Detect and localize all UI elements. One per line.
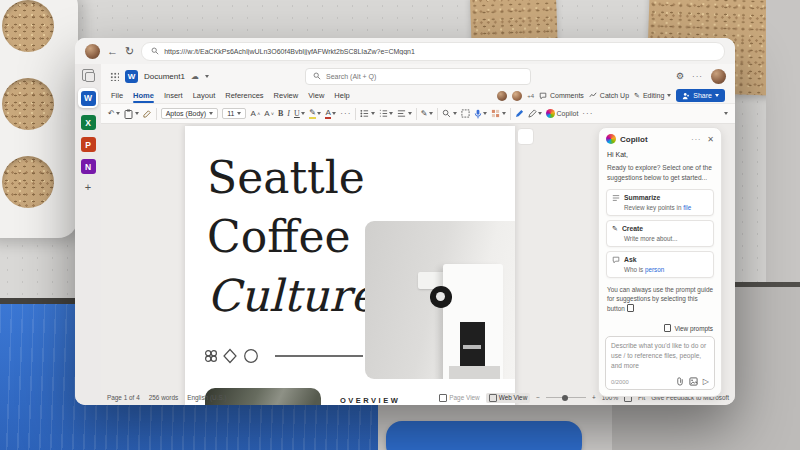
tab-layout[interactable]: Layout: [193, 91, 216, 100]
chevron-down-icon: [715, 94, 719, 97]
copilot-title: Copilot: [620, 135, 648, 144]
select-button[interactable]: [461, 109, 470, 118]
bold-button[interactable]: B: [278, 109, 283, 118]
format-painter-button[interactable]: [143, 109, 152, 118]
page-view-toggle[interactable]: Page View: [439, 394, 479, 402]
document-page[interactable]: Seattle Coffee Culture.: [185, 126, 515, 405]
font-size-select[interactable]: 11: [222, 108, 246, 119]
powerpoint-icon[interactable]: P: [81, 137, 96, 152]
gear-icon[interactable]: ⚙: [676, 71, 684, 81]
onenote-icon[interactable]: N: [81, 159, 96, 174]
prompt-book-icon: [664, 324, 671, 332]
tab-review[interactable]: Review: [274, 91, 299, 100]
numbered-list-button[interactable]: [379, 109, 394, 118]
paste-button[interactable]: [124, 109, 139, 119]
grow-font-button[interactable]: A˄: [250, 109, 260, 118]
ribbon-overflow-icon[interactable]: ···: [582, 109, 593, 118]
user-avatar[interactable]: [711, 69, 726, 84]
search-box[interactable]: Search (Alt + Q): [305, 68, 531, 85]
browser-window: ← ↻ https:///w:/t/EaCKkPs6AchIjwULn3O60f…: [75, 38, 735, 405]
chevron-down-icon[interactable]: [205, 75, 209, 78]
bullet-list-button[interactable]: [360, 109, 375, 118]
cork-coaster: [2, 78, 54, 130]
collaborator-avatar[interactable]: [497, 91, 507, 101]
zoom-in-icon[interactable]: +: [592, 394, 596, 401]
collaborator-overflow[interactable]: +4: [527, 93, 534, 99]
word-logo-icon[interactable]: W: [125, 70, 138, 83]
zoom-out-icon[interactable]: −: [536, 394, 540, 401]
editing-mode-button[interactable]: ✎ Editing: [634, 92, 671, 100]
document-title[interactable]: Document1: [144, 72, 185, 81]
back-icon[interactable]: ←: [107, 46, 118, 57]
app-launcher-icon[interactable]: [110, 72, 119, 81]
status-page[interactable]: Page 1 of 4: [107, 394, 140, 401]
editor-button[interactable]: [515, 109, 524, 118]
shrink-font-button[interactable]: A˅: [264, 109, 274, 118]
file-link[interactable]: file: [683, 204, 691, 211]
espresso-machine-photo[interactable]: [365, 221, 515, 379]
suggestion-summarize[interactable]: Summarize Review key points in file: [606, 189, 714, 216]
browser-profile-avatar[interactable]: [85, 44, 100, 59]
web-view-toggle[interactable]: Web View: [486, 393, 531, 403]
align-button[interactable]: [397, 109, 412, 118]
tab-file[interactable]: File: [111, 91, 123, 100]
more-formatting-icon[interactable]: ···: [340, 109, 351, 118]
editor-pen-icon: [515, 109, 524, 118]
sidebar-item-word-active[interactable]: W: [78, 88, 98, 108]
collapse-ribbon-icon[interactable]: [724, 112, 728, 115]
tab-home[interactable]: Home: [133, 91, 154, 100]
url-text: https:///w:/t/EaCKkPs6AchIjwULn3O60f4Bvb…: [164, 48, 415, 55]
copilot-more-icon[interactable]: ···: [691, 136, 701, 143]
zoom-slider[interactable]: [546, 397, 586, 399]
cork-coaster: [2, 156, 54, 208]
tabs-icon[interactable]: [82, 69, 94, 81]
add-app-icon[interactable]: +: [85, 181, 91, 193]
document-canvas: Seattle Coffee Culture.: [101, 124, 735, 405]
suggestion-ask[interactable]: Ask Who is person: [606, 251, 714, 278]
font-name-select[interactable]: Aptos (Body): [161, 108, 218, 119]
styles-button[interactable]: [491, 109, 506, 118]
status-language[interactable]: English (U.S.): [187, 394, 226, 401]
ribbon-copilot-button[interactable]: Copilot: [546, 109, 578, 118]
pen-button[interactable]: [528, 109, 543, 118]
tab-help[interactable]: Help: [334, 91, 349, 100]
create-pencil-icon: ✎: [612, 225, 618, 233]
desk-object: [386, 421, 582, 450]
italic-button[interactable]: I: [287, 109, 290, 118]
browser-toolbar: ← ↻ https:///w:/t/EaCKkPs6AchIjwULn3O60f…: [75, 38, 735, 64]
underline-button[interactable]: U: [294, 109, 305, 118]
status-words[interactable]: 256 words: [149, 394, 179, 401]
margin-copilot-button[interactable]: [517, 128, 534, 145]
tab-references[interactable]: References: [225, 91, 263, 100]
close-icon[interactable]: ✕: [707, 135, 714, 144]
tab-view[interactable]: View: [308, 91, 324, 100]
image-icon[interactable]: [689, 377, 698, 386]
dictate-button[interactable]: [474, 109, 488, 119]
send-icon[interactable]: ▷: [703, 377, 709, 386]
find-button[interactable]: [442, 109, 457, 118]
search-icon: [313, 72, 321, 80]
address-bar[interactable]: https:///w:/t/EaCKkPs6AchIjwULn3O60f4Bvb…: [141, 42, 725, 61]
highlight-button[interactable]: ✎: [309, 109, 321, 119]
share-button[interactable]: Share: [676, 89, 725, 102]
font-color-button[interactable]: A: [325, 109, 336, 119]
word-app: W Document1 ☁ Search (Alt + Q) ⚙ ···: [101, 64, 735, 405]
comments-button[interactable]: Comments: [539, 92, 584, 100]
collaborator-avatar[interactable]: [512, 91, 522, 101]
more-options-icon[interactable]: ···: [692, 72, 703, 81]
copilot-input[interactable]: Describe what you'd like to do or use / …: [605, 336, 715, 390]
undo-button[interactable]: ↶: [108, 109, 120, 118]
attach-icon[interactable]: [676, 377, 684, 386]
autosave-cloud-icon: ☁: [191, 72, 199, 81]
ink-button[interactable]: ✎: [421, 109, 433, 118]
reload-icon[interactable]: ↻: [125, 46, 134, 57]
person-link[interactable]: person: [645, 266, 664, 273]
tab-insert[interactable]: Insert: [164, 91, 183, 100]
copilot-header: Copilot ··· ✕: [599, 128, 721, 147]
menu-bar: File Home Insert Layout References Revie…: [101, 88, 735, 103]
suggestion-create[interactable]: ✎Create Write more about...: [606, 220, 714, 247]
catch-up-button[interactable]: Catch Up: [589, 92, 629, 100]
excel-icon[interactable]: X: [81, 115, 96, 130]
catch-up-icon: [589, 92, 597, 100]
view-prompts-button[interactable]: View prompts: [599, 324, 721, 336]
